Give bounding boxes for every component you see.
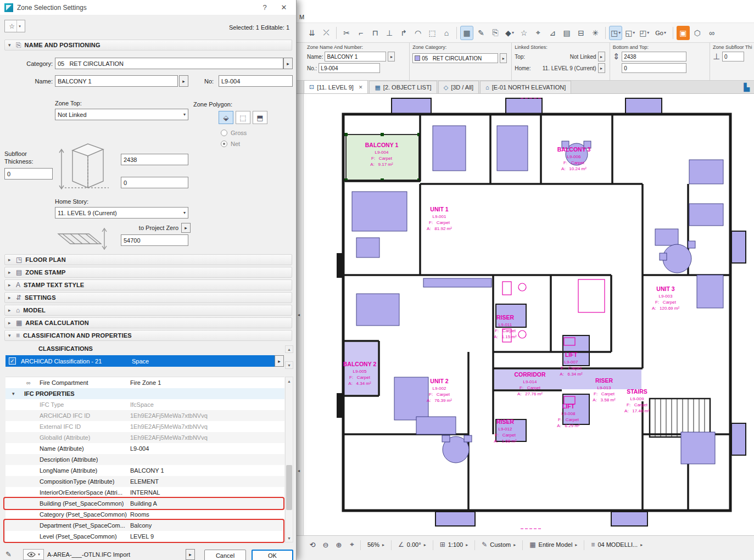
zoom-level-control[interactable]: 56%▸ xyxy=(363,539,389,550)
bottom-offset-input[interactable]: 0 xyxy=(622,63,686,73)
name-input[interactable]: BALCONY 1 xyxy=(55,75,178,87)
tab-2[interactable]: ▦[2. OBJECT LIST] xyxy=(369,81,437,93)
trim-icon[interactable]: ⊓ xyxy=(368,26,382,40)
tab-4[interactable]: ⌂[E-01 NORTH ELEVATION] xyxy=(480,81,571,93)
flyout-arrow-icon[interactable]: ▸ xyxy=(500,53,507,63)
category-flyout-button[interactable]: ▸ xyxy=(283,58,293,69)
tab-1[interactable]: ⊡[11. LEVEL 9]✕ xyxy=(304,80,368,93)
panel-splitter[interactable]: ◂ ◂ xyxy=(297,94,304,535)
zoom-in-icon[interactable]: ⊕ xyxy=(333,539,345,550)
zone-top-dropdown[interactable]: Not Linked▾ xyxy=(55,109,188,120)
section-name-and-positioning[interactable]: ▾ ⎘ NAME AND POSITIONING xyxy=(4,40,292,51)
dimension-stack-icon[interactable]: ⇊ xyxy=(305,26,319,40)
close-button[interactable]: ✕ xyxy=(276,3,292,12)
floor-plan-drawing[interactable]: BALCONY 1L9-004F: CarpetA: 9.17 m²UNIT 1… xyxy=(304,94,754,535)
dialog-titlebar[interactable]: Zone Selection Settings ? ✕ xyxy=(0,0,296,15)
column-icon[interactable]: ⊥ xyxy=(383,26,396,40)
render-icon[interactable]: ▣ xyxy=(677,26,690,40)
property-row[interactable]: Level (Pset_SpaceCommon)LEVEL 9 xyxy=(5,531,284,542)
zoom-out-icon[interactable]: ⊖ xyxy=(320,539,332,550)
property-row[interactable]: ▾IFC PROPERTIES xyxy=(5,388,284,399)
tab-3[interactable]: ◇[3D / All] xyxy=(438,81,479,93)
arc-icon[interactable]: ◠ xyxy=(411,26,425,40)
zone-polygon-gross-button[interactable]: ⬚ xyxy=(236,111,250,124)
section-area-calculation[interactable]: ▸▦AREA CALCULATION xyxy=(4,317,292,328)
ok-button[interactable]: OK xyxy=(252,550,293,560)
target-icon[interactable]: ⌖ xyxy=(532,26,545,40)
scroll-thumb[interactable] xyxy=(286,465,292,510)
copy-icon[interactable]: ⎘ xyxy=(489,26,502,40)
property-row[interactable]: IFC TypeIfcSpace xyxy=(5,399,284,410)
property-row[interactable]: Department (Pset_SpaceCom...Balcony xyxy=(5,520,284,531)
section-classification-and-properties[interactable]: ▾≡CLASSIFICATION AND PROPERTIES xyxy=(4,330,292,341)
property-row[interactable]: External IFC ID1Eh9E2AFj5MeWa7xtbNVvq xyxy=(5,421,284,432)
zone-polygon-solid-button[interactable]: ⬙ xyxy=(219,111,233,124)
chevron-down-icon[interactable]: ▾ xyxy=(12,388,15,399)
section-stamp-text-style[interactable]: ▸ASTAMP TEXT STYLE xyxy=(4,279,292,290)
property-row[interactable]: Description (Attribute) xyxy=(5,454,284,465)
gross-radio[interactable]: Gross xyxy=(221,130,247,136)
property-row[interactable]: Building (Pset_SpaceCommon)Building A xyxy=(5,498,284,509)
category-field[interactable]: 05 RET CIRCULATION xyxy=(55,58,283,69)
frame-icon[interactable]: ⬚ xyxy=(426,26,439,40)
tile-windows-icon[interactable]: ◱▾ xyxy=(623,26,636,40)
level-icon[interactable]: ⊿ xyxy=(546,26,559,40)
flyout-arrow-icon[interactable]: ▸ xyxy=(388,52,395,61)
view-window-icon[interactable]: ◳▾ xyxy=(609,26,622,40)
corner-icon[interactable]: ↱ xyxy=(397,26,410,40)
scroll-down-icon[interactable]: ▼ xyxy=(285,361,293,369)
subfloor-thickness-input[interactable]: 0 xyxy=(4,168,53,180)
split-icon[interactable]: ✂ xyxy=(340,26,353,40)
property-row[interactable]: InteriorOrExteriorSpace (Attri...INTERNA… xyxy=(5,487,284,498)
property-row[interactable]: GlobalId (Attribute)1Eh9E2AFj5MeWa7xtbNV… xyxy=(5,432,284,443)
property-row[interactable]: Category (Pset_SpaceCommon)Rooms xyxy=(5,509,284,520)
flyout-arrow-icon[interactable]: ▸ xyxy=(598,52,605,61)
axis-icon[interactable]: ⤫ xyxy=(320,26,333,40)
zone-height-input[interactable]: 2438 xyxy=(121,154,188,165)
scroll-down-icon[interactable]: ▼ xyxy=(286,534,293,542)
zone-number-input[interactable]: L9-004 xyxy=(219,75,293,87)
wheel-icon[interactable]: ✳ xyxy=(589,26,602,40)
cascade-windows-icon[interactable]: ◰▾ xyxy=(638,26,651,40)
project-zero-input[interactable]: 54700 xyxy=(121,234,188,246)
help-button[interactable]: ? xyxy=(257,3,272,12)
net-radio[interactable]: Net xyxy=(221,141,240,147)
checkbox-checked-icon[interactable]: ✓ xyxy=(9,357,16,365)
fit-in-window-icon[interactable]: ⌖ xyxy=(346,539,358,550)
top-value[interactable]: Not Linked xyxy=(570,54,596,60)
solid-ops-icon[interactable]: ◆▾ xyxy=(503,26,516,40)
zone-category-combo[interactable]: 05 RET CIRCULATION xyxy=(412,53,498,63)
hexagon-icon[interactable]: ⬡ xyxy=(691,26,704,40)
property-row[interactable]: CompositionType (Attribute)ELEMENT xyxy=(5,476,284,487)
property-row[interactable]: ∞Fire CompartmentFire Zone 1 xyxy=(5,377,284,388)
paint-icon[interactable]: ✎ xyxy=(474,26,488,40)
floor-plan-canvas[interactable]: ◂ ◂ xyxy=(297,94,754,535)
cancel-button[interactable]: Cancel xyxy=(204,550,246,560)
section-floor-plan[interactable]: ▸◳FLOOR PLAN xyxy=(4,254,292,265)
link-icon[interactable]: ∞ xyxy=(705,26,718,40)
zone-number-input[interactable]: L9-004 xyxy=(319,63,380,73)
visibility-button[interactable]: ▾ xyxy=(23,549,44,560)
scale-control[interactable]: ⊞1:100▸ xyxy=(435,539,473,550)
section-zone-stamp[interactable]: ▸▤ZONE STAMP xyxy=(4,267,292,278)
pen-set-icon[interactable]: ✎ xyxy=(5,550,12,558)
properties-scrollbar[interactable]: ▲ ▼ xyxy=(285,377,293,542)
favorites-icon[interactable]: ☆ xyxy=(517,26,530,40)
layer-control[interactable]: ≡04 MODELLI...▸ xyxy=(587,539,647,550)
menu-fragment[interactable]: M xyxy=(299,14,304,20)
home-story-dropdown[interactable]: 11. LEVEL 9 (Current)▾ xyxy=(55,207,188,219)
subfloor-input[interactable]: 0 xyxy=(722,52,744,61)
property-row[interactable]: LongName (Attribute)BALCONY 1 xyxy=(5,465,284,476)
classification-flyout-button[interactable]: ▸ xyxy=(275,355,284,367)
adjust-icon[interactable]: ⌐ xyxy=(354,26,367,40)
scroll-up-icon[interactable]: ▲ xyxy=(286,377,293,385)
roof-icon[interactable]: ⌂ xyxy=(440,26,453,40)
zoom-previous-icon[interactable]: ⟲ xyxy=(306,539,319,550)
property-row[interactable]: ARCHICAD IFC ID1Eh9E2AFj5MeWa7xtbNVvq xyxy=(5,410,284,421)
favorites-button[interactable]: ☆▾ xyxy=(4,20,25,32)
section-model[interactable]: ▸⌂MODEL xyxy=(4,305,292,316)
flyout-arrow-icon[interactable]: ▸ xyxy=(598,63,605,73)
home-value[interactable]: 11. LEVEL 9 (Current) xyxy=(543,65,596,71)
collapse-arrow-icon[interactable]: ◂ xyxy=(298,312,300,317)
import-flyout-button[interactable]: ▸ xyxy=(186,549,195,560)
